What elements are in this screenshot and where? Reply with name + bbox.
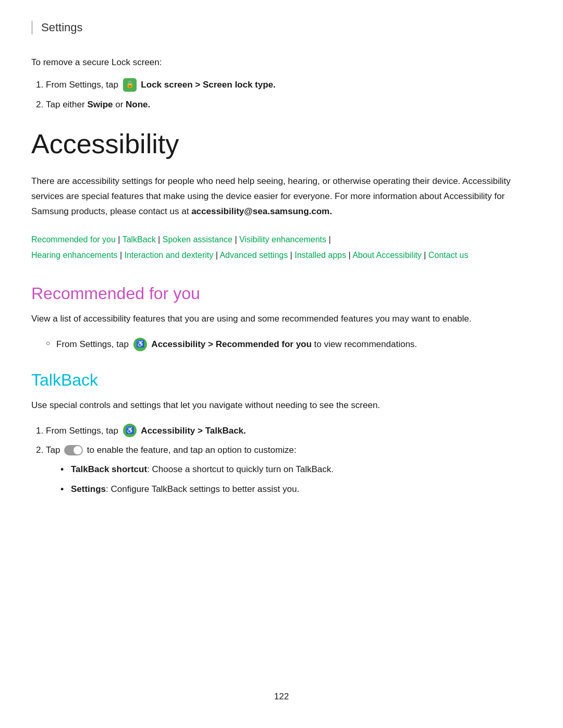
nav-link-advanced[interactable]: Advanced settings [219,251,288,260]
talkback-sub-item-shortcut: TalkBack shortcut: Choose a shortcut to … [60,462,532,476]
section-recommended: Recommended for you View a list of acces… [31,284,532,351]
nav-link-recommended[interactable]: Recommended for you [31,235,116,244]
section-title-talkback: TalkBack [31,371,532,390]
talkback-sub-item-settings: Settings: Configure TalkBack settings to… [60,482,532,496]
email-link[interactable]: accessibility@sea.samsung.com. [191,206,332,216]
intro-section: To remove a secure Lock screen: From Set… [31,55,532,112]
talkback-step-1: From Settings, tap ♿ Accessibility > Tal… [46,424,532,438]
nav-link-spoken[interactable]: Spoken assistance [163,235,232,244]
nav-link-visibility[interactable]: Visibility enhancements [239,235,326,244]
section-talkback: TalkBack Use special controls and settin… [31,371,532,496]
nav-link-contact[interactable]: Contact us [429,251,468,260]
header-title: Settings [41,21,83,34]
accessibility-icon-recommended: ♿ [133,338,147,351]
section-title-recommended: Recommended for you [31,284,532,303]
talkback-description: Use special controls and settings that l… [31,398,532,413]
intro-step-2: Tap either Swipe or None. [46,97,532,112]
recommended-item-1: From Settings, tap ♿ Accessibility > Rec… [46,337,532,352]
nav-link-hearing[interactable]: Hearing enhancements [31,251,117,260]
nav-links: Recommended for you | TalkBack | Spoken … [31,232,532,264]
nav-link-interaction[interactable]: Interaction and dexterity [124,251,213,260]
accessibility-description: There are accessibility settings for peo… [31,174,532,219]
intro-numbered-list: From Settings, tap 🔒 Lock screen > Scree… [46,78,532,112]
intro-text: To remove a secure Lock screen: [31,55,532,69]
page-title: Accessibility [31,128,532,159]
toggle-icon [64,445,83,455]
nav-link-talkback[interactable]: TalkBack [123,235,156,244]
lock-screen-icon: 🔒 [123,78,137,92]
page-container: Settings To remove a secure Lock screen:… [0,0,563,557]
talkback-sub-list: TalkBack shortcut: Choose a shortcut to … [60,462,532,496]
nav-link-installed[interactable]: Installed apps [295,251,346,260]
talkback-step-2: Tap to enable the feature, and tap an op… [46,443,532,496]
nav-link-about[interactable]: About Accessibility [352,251,422,260]
recommended-description: View a list of accessibility features th… [31,312,532,327]
header-bar: Settings [31,21,532,34]
intro-step-1: From Settings, tap 🔒 Lock screen > Scree… [46,78,532,92]
accessibility-icon-talkback: ♿ [123,424,137,437]
page-number: 122 [0,692,563,702]
recommended-list: From Settings, tap ♿ Accessibility > Rec… [46,337,532,352]
talkback-numbered-list: From Settings, tap ♿ Accessibility > Tal… [46,424,532,496]
